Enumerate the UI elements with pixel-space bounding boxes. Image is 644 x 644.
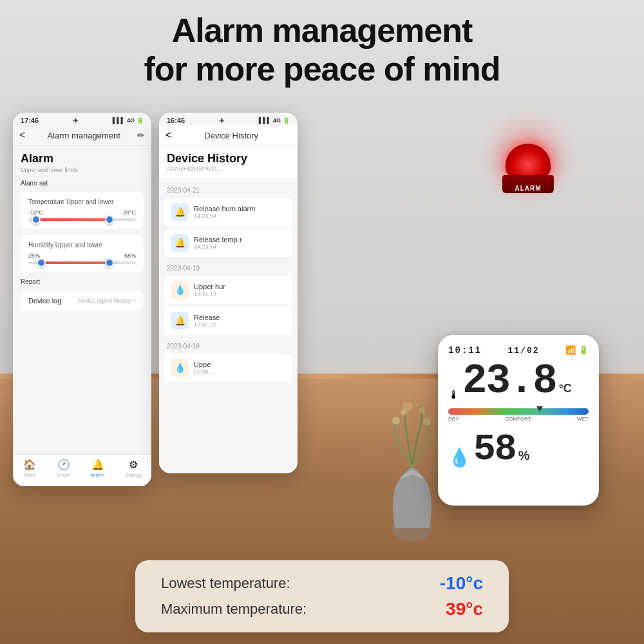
history-icon-bell-1: 🔔	[171, 234, 189, 252]
nav-title-1: Alarm management	[30, 131, 137, 140]
signal-icon-1: ▌▌▌	[113, 117, 125, 124]
device-humidity-value: 58	[473, 431, 516, 468]
home-icon: 🏠	[23, 459, 36, 471]
history-item-0-1[interactable]: 🔔 Release temp r 14:23:54	[164, 229, 292, 257]
history-icon-water-1: 💧	[171, 359, 189, 377]
device-icons: 📶 🔋	[565, 345, 589, 355]
alarm-label: ALARM	[515, 185, 541, 192]
nav-label-smart: Smart	[57, 472, 70, 478]
humidity-thumb-left[interactable]	[37, 258, 46, 267]
history-time-1-0: 13:41:19	[194, 290, 225, 297]
svg-point-3	[392, 417, 400, 424]
lowest-temp-row: Lowest temperature: -10°c	[161, 573, 483, 594]
nav-label-alarm: Alarm	[91, 472, 104, 478]
history-page-title: Device History	[167, 152, 290, 166]
temp-thumb-left[interactable]	[32, 215, 41, 224]
comfort-bar-labels: DRY COMFORT WET	[448, 416, 589, 422]
humidity-drop-icon: 💧	[448, 447, 471, 468]
temp-slider-group: Temperature Upper and lower -10°C 39°C	[21, 192, 144, 229]
history-item-1-1[interactable]: 🔔 Release 12:37:22	[164, 307, 292, 335]
alarm-subtitle: Upper and lower limits	[21, 167, 144, 173]
back-button-2[interactable]: <	[166, 129, 171, 141]
phone-alarm-management: 17:46 ✈ ▌▌▌ 4G 🔋 < Alarm management ✏ Al…	[13, 113, 151, 486]
lowest-temp-value: -10°c	[440, 573, 483, 594]
network-2: 4G	[273, 117, 281, 124]
humidity-slider-fill	[39, 261, 107, 264]
siren-body: ALARM	[502, 175, 554, 193]
date-section-2: 2023-04-18 💧 Uppe 21:38:...	[159, 340, 298, 382]
temp-max: 39°C	[123, 209, 136, 216]
humidity-max: 68%	[124, 252, 136, 259]
device-report-link[interactable]: Device report history >	[78, 298, 136, 304]
history-time-2-0: 21:38:...	[194, 368, 215, 375]
history-text-0-1: Release temp r 14:23:54	[194, 236, 242, 250]
svg-point-4	[423, 418, 431, 426]
max-temp-value: 39°c	[446, 599, 483, 620]
date-label-1: 2023-04-19	[159, 262, 298, 274]
history-main-1-1: Release	[194, 314, 220, 321]
nav-label-setting: Setting	[125, 472, 141, 478]
headline-line1: Alarm management	[172, 12, 473, 49]
headline: Alarm management for more peace of mind	[97, 12, 547, 89]
humidity-slider-values: 25% 68%	[28, 252, 136, 259]
history-text-2-0: Uppe 21:38:...	[194, 361, 215, 375]
history-icon-bell-0: 🔔	[171, 203, 189, 221]
report-title: Report	[21, 278, 144, 285]
nav-bar-1[interactable]: < Alarm management ✏	[13, 126, 151, 146]
history-time-0-1: 14:23:54	[194, 243, 242, 250]
humidity-slider-group: Humidity Upper and lower 25% 68%	[21, 235, 144, 272]
report-section: Report Device log Device report history …	[21, 278, 144, 311]
humidity-slider-track[interactable]	[28, 261, 136, 264]
history-time-1-1: 12:37:22	[194, 321, 220, 328]
device-humidity-unit: %	[518, 448, 530, 463]
battery-icon-1: 🔋	[137, 117, 144, 124]
headline-line2: for more peace of mind	[144, 50, 500, 88]
device-temp-row: 🌡 23.8 °C	[448, 361, 589, 402]
nav-title-2: Device History	[171, 131, 291, 140]
date-label-2: 2023-04-18	[159, 340, 298, 352]
temp-slider-label: Temperature Upper and lower	[28, 198, 136, 205]
alarm-icon: 🔔	[91, 459, 104, 471]
humidity-min: 25%	[28, 252, 40, 259]
history-time-0-0: 14:23:54	[194, 213, 255, 219]
humidity-thumb-right[interactable]	[105, 258, 114, 267]
svg-point-5	[401, 409, 407, 415]
setting-icon: ⚙	[129, 459, 138, 471]
device-date: 11/02	[508, 346, 540, 355]
history-main-2-0: Uppe	[194, 361, 215, 368]
history-header: Device History Alarm/History/Push...	[159, 146, 298, 179]
time-1: 17:46	[21, 117, 39, 124]
bottom-nav-1: 🏠 Main 🕐 Smart 🔔 Alarm ⚙ Setting	[13, 454, 151, 486]
back-button-1[interactable]: <	[19, 129, 25, 141]
history-item-0-0[interactable]: 🔔 Release hum alarm 14:23:54	[164, 198, 292, 226]
location-icon-2: ✈	[219, 117, 224, 124]
date-label-0: 2023-04-21	[159, 184, 298, 196]
nav-item-smart[interactable]: 🕐 Smart	[57, 459, 70, 484]
nav-item-main[interactable]: 🏠 Main	[23, 459, 36, 484]
nav-item-alarm[interactable]: 🔔 Alarm	[91, 459, 104, 484]
thermometer-icon: 🌡	[448, 388, 460, 402]
device-display: 10:11 11/02 📶 🔋 🌡 23.8 °C DRY COMFORT WE…	[438, 335, 599, 506]
device-time: 10:11	[448, 345, 482, 355]
status-icons-2: ▌▌▌ 4G 🔋	[259, 117, 290, 124]
device-top-row: 10:11 11/02 📶 🔋	[448, 345, 589, 355]
smart-icon: 🕐	[57, 459, 70, 471]
svg-point-2	[414, 402, 423, 407]
phone1-content: Alarm Upper and lower limits Alarm set T…	[13, 146, 151, 468]
temp-thumb-right[interactable]	[105, 215, 114, 224]
temp-slider-fill	[33, 218, 109, 221]
history-breadcrumb: Alarm/History/Push...	[167, 166, 290, 172]
history-item-1-0[interactable]: 💧 Upper hur 13:41:19	[164, 276, 292, 304]
temp-slider-track[interactable]	[28, 218, 136, 221]
date-section-0: 2023-04-21 🔔 Release hum alarm 14:23:54 …	[159, 184, 298, 257]
device-temp-value: 23.8	[462, 361, 556, 402]
history-item-2-0[interactable]: 💧 Uppe 21:38:...	[164, 354, 292, 382]
edit-button-1[interactable]: ✏	[137, 130, 145, 140]
nav-item-setting[interactable]: ⚙ Setting	[125, 459, 141, 484]
max-temp-label: Maximum temperature:	[161, 601, 307, 618]
history-icon-water-0: 💧	[171, 281, 189, 299]
comfort-indicator	[536, 406, 543, 412]
signal-icon-2: ▌▌▌	[259, 117, 271, 124]
report-row[interactable]: Device log Device report history >	[21, 290, 144, 311]
history-nav[interactable]: < Device History	[159, 126, 298, 146]
